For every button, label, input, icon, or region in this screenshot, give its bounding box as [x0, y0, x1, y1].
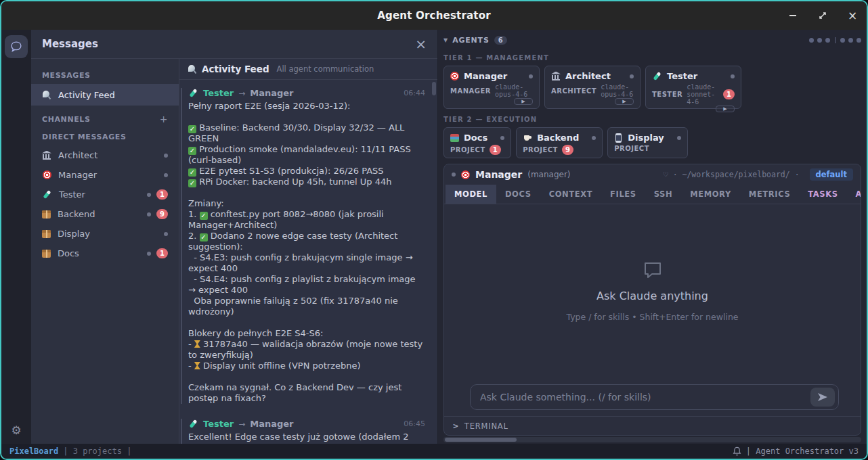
agents-status-dots: [809, 37, 861, 43]
tab-files[interactable]: FILES: [601, 185, 645, 204]
messages-sidebar: MESSAGES Activity Feed CHANNELS + DIRECT…: [31, 59, 179, 444]
scrollbar-thumb[interactable]: [445, 438, 517, 442]
tier2-label: TIER 2 — EXECUTION: [443, 116, 861, 123]
dm-item-backend[interactable]: Backend 9: [31, 204, 179, 224]
dm-name: Display: [58, 229, 90, 239]
chat-input[interactable]: [470, 384, 839, 410]
add-channel-button[interactable]: +: [160, 114, 168, 124]
tab-ssh[interactable]: SSH: [645, 185, 681, 204]
send-button[interactable]: [810, 388, 835, 407]
messages-close-button[interactable]: ×: [415, 37, 427, 51]
agent-card-backend[interactable]: Backend PROJECT 9: [516, 127, 603, 158]
status-dot: [856, 38, 861, 43]
tab-tasks[interactable]: TASKS: [799, 185, 846, 204]
dm-item-tester[interactable]: Tester 1: [31, 185, 179, 204]
agent-card-display[interactable]: Display PROJECT: [607, 127, 688, 158]
gear-icon: ⚙: [11, 423, 21, 437]
status-dot: [817, 38, 822, 43]
arrow-icon: →: [238, 419, 245, 429]
agent-card-architect[interactable]: Architect ARCHITECT claude-opus-4-6 ▶: [544, 66, 641, 109]
left-rail: ⚙: [1, 30, 31, 444]
tab-audit[interactable]: AUDIT: [847, 185, 861, 204]
presence-dot: [452, 172, 456, 177]
presence-dot: [529, 74, 533, 78]
message-recipient: Manager: [250, 419, 293, 429]
tab-model[interactable]: MODEL: [446, 185, 496, 204]
tab-metrics[interactable]: METRICS: [740, 185, 799, 204]
window-title: Agent Orchestrator: [377, 9, 491, 22]
status-dot: [848, 38, 853, 43]
feed-message-list[interactable]: Tester → Manager 06:44 Pełny raport E2E …: [179, 80, 437, 444]
message-timestamp: 06:45: [404, 419, 425, 428]
agents-header[interactable]: ▼ AGENTS 6: [443, 32, 861, 47]
play-icon: ▶: [723, 106, 726, 112]
activity-feed-header: Activity Feed All agent communication: [179, 59, 437, 80]
classical-building-icon: [551, 72, 561, 81]
status-app-name: PixelBoard: [9, 446, 58, 456]
agent-model: claude-sonnet-4-6: [687, 83, 719, 106]
dm-item-manager[interactable]: Manager: [31, 165, 179, 185]
test-tube-icon: [653, 72, 661, 80]
dm-item-docs[interactable]: Docs 1: [31, 244, 179, 263]
agents-title: AGENTS: [452, 36, 490, 45]
feed-message: Tester → Manager 06:45 Excellent! Edge c…: [181, 419, 425, 444]
tier1-label: TIER 1 — MANAGEMENT: [443, 54, 861, 62]
status-dot: [840, 38, 845, 43]
dm-item-display[interactable]: Display: [31, 224, 179, 244]
test-tube-icon: [189, 89, 197, 97]
status-bar: PixelBoard | 3 projects | | Agent Orches…: [1, 444, 867, 459]
section-label-messages: MESSAGES: [31, 67, 179, 84]
agent-name: Architect: [565, 71, 611, 81]
messages-panel: Messages × MESSAGES Activity Feed CHANNE…: [31, 30, 438, 444]
agent-name: Display: [628, 133, 664, 143]
presence-dot: [164, 173, 168, 177]
settings-button[interactable]: ⚙: [11, 423, 21, 437]
close-icon: ×: [848, 10, 857, 22]
dm-name: Architect: [58, 150, 97, 160]
target-icon: [450, 72, 459, 80]
agent-role: MANAGER: [450, 87, 491, 95]
satellite-antenna-icon: [188, 64, 197, 74]
message-sender: Tester: [203, 88, 234, 98]
agent-model: claude-opus-4-6: [495, 83, 533, 98]
run-agent-button[interactable]: ▶: [716, 106, 735, 112]
close-button[interactable]: ×: [846, 9, 859, 22]
tab-context[interactable]: CONTEXT: [540, 185, 601, 204]
sidebar-item-activity-feed[interactable]: Activity Feed: [31, 84, 179, 106]
run-agent-button[interactable]: ▶: [514, 98, 533, 105]
horizontal-scrollbar[interactable]: [443, 437, 861, 442]
dm-item-architect[interactable]: Architect: [31, 145, 179, 165]
messages-rail-button[interactable]: [5, 35, 28, 58]
presence-dot: [677, 136, 681, 140]
maximize-button[interactable]: [817, 9, 829, 22]
bell-icon: [733, 446, 741, 456]
agent-role: TESTER: [652, 91, 682, 98]
agent-card-manager[interactable]: Manager MANAGER claude-opus-4-6 ▶: [443, 66, 540, 109]
agent-role: PROJECT: [614, 145, 649, 152]
speech-bubble-icon: [643, 261, 663, 280]
minimize-button[interactable]: [787, 9, 799, 22]
tab-docs[interactable]: DOCS: [496, 185, 540, 204]
maximize-icon: [818, 11, 827, 20]
feed-title: Activity Feed: [202, 64, 269, 74]
play-icon: ▶: [622, 99, 626, 104]
terminal-toggle[interactable]: > TERMINAL: [444, 416, 861, 435]
workspace-path: ♡ · ~/workspace/pixelboard/ ·: [664, 170, 800, 179]
coffee-icon: [523, 133, 532, 143]
tab-memory[interactable]: MEMORY: [681, 185, 740, 204]
status-projects: | 3 projects |: [63, 446, 131, 456]
satellite-antenna-icon: [42, 90, 51, 99]
sidebar-item-label: Activity Feed: [58, 90, 115, 100]
arrow-icon: →: [238, 89, 245, 98]
collapse-triangle-icon: ▼: [443, 37, 448, 43]
workspace-badge[interactable]: default: [810, 168, 853, 181]
agent-card-tester[interactable]: Tester TESTER claude-sonnet-4-6 1 ▶: [645, 66, 741, 109]
presence-dot: [147, 212, 151, 216]
dm-name: Tester: [59, 189, 85, 200]
status-dot: [809, 38, 814, 43]
feed-scrollbar[interactable]: [432, 82, 436, 95]
run-agent-button[interactable]: ▶: [615, 98, 634, 105]
agent-card-docs[interactable]: Docs PROJECT 1: [443, 127, 511, 158]
speech-bubble-icon: [9, 39, 24, 54]
status-dot: [825, 38, 830, 43]
